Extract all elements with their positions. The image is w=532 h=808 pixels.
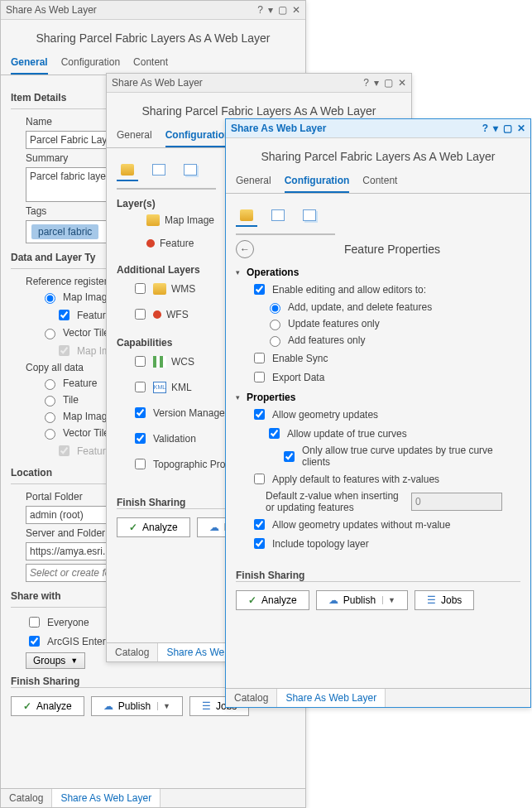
help-icon[interactable]: ? — [363, 77, 369, 89]
radio-map-image[interactable] — [45, 293, 55, 304]
radio-add-only[interactable] — [270, 336, 280, 347]
restore-icon[interactable]: ▢ — [278, 4, 287, 16]
folder-icon[interactable] — [236, 209, 257, 227]
check-everyone[interactable] — [29, 617, 40, 628]
finish-header: Finish Sharing — [236, 570, 520, 581]
check-feature[interactable] — [59, 310, 69, 320]
groups-button[interactable]: Groups▼ — [26, 652, 85, 669]
chevron-down-icon[interactable]: ▼ — [157, 702, 170, 710]
folder-icon — [153, 283, 166, 295]
bottom-tab-catalog[interactable]: Catalog — [1, 789, 52, 807]
tags-label: Tags — [26, 205, 46, 217]
analyze-button[interactable]: ✓Analyze — [236, 590, 309, 610]
check-version-mgmt[interactable] — [135, 407, 146, 418]
close-icon[interactable]: ✕ — [517, 123, 525, 134]
caret-down-icon[interactable]: ▾ — [236, 393, 240, 402]
menu-icon[interactable]: ▾ — [493, 123, 498, 134]
list-icon: ☰ — [427, 594, 436, 606]
window-title: Share As Web Layer — [231, 123, 326, 134]
name-label: Name — [26, 116, 52, 127]
close-icon[interactable]: ✕ — [292, 4, 300, 16]
check-allow-true-curves[interactable] — [269, 428, 280, 439]
menu-icon[interactable]: ▾ — [268, 4, 273, 16]
analyze-button[interactable]: ✓Analyze — [11, 696, 84, 716]
cloud-icon: ☁ — [328, 594, 338, 606]
check-export-data[interactable] — [254, 372, 265, 382]
default-z-label: Default z-value when inserting or updati… — [266, 490, 406, 513]
tab-general[interactable]: General — [236, 170, 271, 193]
titlebar[interactable]: Share As Web Layer ? ▾ ▢ ✕ — [1, 1, 305, 20]
jobs-button[interactable]: ☰Jobs — [415, 590, 474, 610]
radio-copy-feature[interactable] — [45, 379, 55, 390]
grid-icon — [153, 356, 166, 368]
sheet-icon[interactable] — [148, 163, 170, 181]
stack-icon[interactable] — [299, 209, 320, 227]
publish-button[interactable]: ☁Publish▼ — [316, 590, 408, 610]
radio-update-only[interactable] — [270, 320, 280, 330]
caret-down-icon[interactable]: ▾ — [236, 268, 240, 277]
tab-content[interactable]: Content — [362, 170, 397, 193]
chevron-down-icon[interactable]: ▼ — [382, 596, 395, 604]
bottom-tab-catalog[interactable]: Catalog — [226, 689, 277, 707]
cloud-icon: ☁ — [209, 522, 219, 533]
tag-chip[interactable]: parcel fabric — [31, 224, 98, 239]
titlebar[interactable]: Share As Web Layer ? ▾ ▢ ✕ — [226, 119, 530, 138]
restore-icon[interactable]: ▢ — [503, 123, 512, 134]
default-z-input — [411, 493, 502, 511]
analyze-button[interactable]: ✓Analyze — [117, 517, 190, 537]
tab-general[interactable]: General — [117, 124, 152, 147]
titlebar[interactable]: Share As Web Layer ? ▾ ▢ ✕ — [107, 74, 411, 93]
help-icon[interactable]: ? — [482, 123, 488, 134]
bottom-tab-share[interactable]: Share As Web Layer — [277, 689, 386, 707]
radio-copy-vector-tile[interactable] — [45, 429, 55, 440]
check-only-true-curve[interactable] — [284, 451, 295, 462]
page-subtitle: Sharing Parcel Fabric Layers As A Web La… — [226, 138, 530, 170]
stack-icon[interactable] — [180, 163, 201, 181]
check-map-image-sub — [59, 345, 69, 356]
check-kml[interactable] — [135, 382, 146, 392]
close-icon[interactable]: ✕ — [398, 77, 406, 89]
check-apply-default-z[interactable] — [254, 474, 265, 484]
menu-icon[interactable]: ▾ — [374, 77, 379, 89]
check-enable-editing[interactable] — [254, 284, 265, 295]
radio-vector-tile[interactable] — [45, 329, 55, 339]
cloud-icon: ☁ — [103, 700, 113, 712]
check-allow-geom-m[interactable] — [254, 519, 265, 530]
check-topo[interactable] — [135, 459, 146, 469]
sheet-icon[interactable] — [267, 209, 289, 227]
properties-title: Feature Properties — [264, 243, 520, 256]
check-arcgis[interactable] — [29, 636, 40, 647]
server-label: Server and Folder — [26, 527, 105, 539]
portal-label: Portal Folder — [26, 491, 83, 503]
radio-copy-tile[interactable] — [45, 396, 55, 406]
check-allow-geom[interactable] — [254, 409, 265, 420]
tab-configuration[interactable]: Configuration — [285, 170, 350, 193]
bottom-tab-share[interactable]: Share As Web Layer — [52, 789, 161, 807]
tab-configuration[interactable]: Configuration — [165, 124, 231, 147]
help-icon[interactable]: ? — [257, 4, 263, 16]
publish-button[interactable]: ☁Publish▼ — [91, 696, 183, 716]
radio-copy-map-image[interactable] — [45, 412, 55, 423]
window-title: Share As Web Layer — [112, 77, 203, 89]
check-include-topo[interactable] — [254, 538, 265, 549]
check-copy-feature-sub — [59, 445, 69, 456]
bottom-tab-catalog[interactable]: Catalog — [107, 643, 158, 661]
back-button[interactable]: ← — [236, 240, 254, 258]
tab-general[interactable]: General — [11, 51, 48, 75]
restore-icon[interactable]: ▢ — [384, 77, 393, 89]
layer-type-icons — [236, 202, 335, 235]
chevron-down-icon: ▼ — [70, 656, 78, 665]
check-wfs[interactable] — [135, 309, 146, 320]
check-wcs[interactable] — [135, 356, 146, 367]
tab-content[interactable]: Content — [133, 51, 168, 75]
operations-header: Operations — [247, 267, 299, 278]
check-validation[interactable] — [135, 433, 146, 444]
check-enable-sync[interactable] — [254, 353, 265, 363]
properties-header: Properties — [247, 392, 295, 403]
radio-add-update-delete[interactable] — [270, 303, 280, 314]
check-icon: ✓ — [129, 522, 137, 533]
check-wms[interactable] — [135, 283, 146, 294]
tab-configuration[interactable]: Configuration — [61, 51, 120, 75]
folder-icon — [146, 214, 160, 226]
folder-icon[interactable] — [117, 163, 138, 181]
